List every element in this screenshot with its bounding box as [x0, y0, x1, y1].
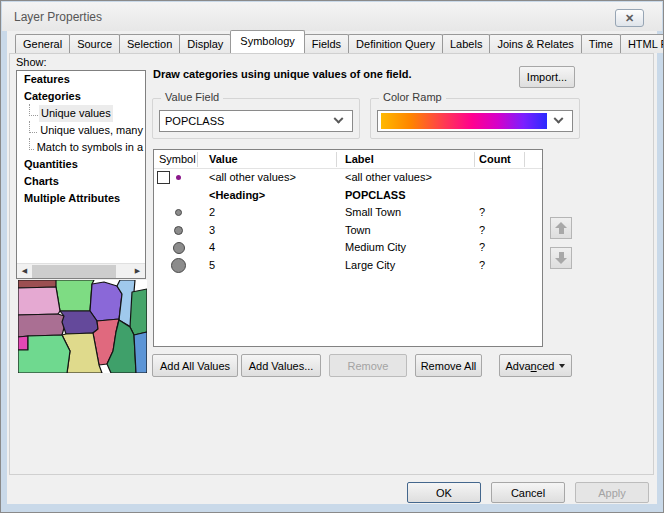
layer-properties-dialog: Layer Properties ✕ General Source Select… — [0, 0, 664, 513]
cancel-button[interactable]: Cancel — [491, 482, 565, 503]
ok-button[interactable]: OK — [407, 482, 481, 503]
column-header-value[interactable]: Value — [204, 150, 238, 169]
point-symbol-icon — [174, 226, 183, 235]
scroll-left-icon[interactable]: ◀ — [17, 264, 32, 279]
value-field-dropdown[interactable]: POPCLASS — [159, 110, 353, 132]
symbol-cell[interactable] — [154, 169, 197, 187]
tab-symbology[interactable]: Symbology — [230, 30, 304, 53]
add-values-button[interactable]: Add Values... — [241, 354, 321, 377]
table-row-small-town[interactable]: 2 Small Town ? — [154, 204, 542, 222]
chevron-down-icon — [554, 113, 564, 123]
map-preview-thumbnail — [18, 280, 147, 373]
move-up-button[interactable] — [550, 217, 572, 239]
tree-connector-icon — [29, 121, 37, 133]
tree-horizontal-scrollbar[interactable]: ◀ ▶ — [17, 263, 145, 278]
tree-item-features[interactable]: Features — [17, 71, 145, 88]
column-header-label[interactable]: Label — [340, 150, 374, 169]
all-other-values-checkbox[interactable] — [157, 171, 170, 184]
tree-connector-icon — [29, 104, 38, 116]
column-header-count[interactable]: Count — [474, 150, 511, 169]
symbology-tab-page: Show: Features Categories Unique values … — [9, 53, 654, 475]
color-ramp-group: Color Ramp — [370, 98, 580, 139]
table-header: Symbol Value Label Count — [154, 150, 542, 169]
color-ramp-gradient — [381, 113, 547, 129]
tab-display[interactable]: Display — [179, 34, 231, 53]
tab-time[interactable]: Time — [581, 34, 621, 53]
column-header-symbol[interactable]: Symbol — [154, 150, 196, 169]
tab-labels[interactable]: Labels — [442, 34, 490, 53]
dialog-content: General Source Selection Display Symbolo… — [7, 31, 657, 504]
table-row-medium-city[interactable]: 4 Medium City ? — [154, 239, 542, 257]
table-row-large-city[interactable]: 5 Large City ? — [154, 257, 542, 275]
scroll-right-icon[interactable]: ▶ — [130, 264, 145, 279]
close-icon: ✕ — [625, 12, 634, 25]
symbol-cell[interactable] — [154, 222, 197, 240]
dropdown-caret-icon — [559, 364, 565, 368]
point-symbol-icon — [171, 258, 186, 273]
value-field-group: Value Field POPCLASS — [152, 98, 360, 139]
symbol-cell[interactable] — [154, 239, 197, 257]
tab-source[interactable]: Source — [69, 34, 120, 53]
apply-button[interactable]: Apply — [575, 482, 649, 503]
tab-html-popup[interactable]: HTML Popup — [620, 34, 664, 53]
tab-joins-relates[interactable]: Joins & Relates — [489, 34, 581, 53]
symbol-cell[interactable] — [154, 257, 197, 275]
tab-general[interactable]: General — [15, 34, 70, 53]
show-tree: Features Categories Unique values Unique… — [16, 70, 146, 279]
instruction-text: Draw categories using unique values of o… — [153, 68, 412, 80]
value-field-value: POPCLASS — [160, 115, 335, 127]
show-label: Show: — [16, 56, 47, 68]
title-bar: Layer Properties ✕ — [2, 2, 662, 31]
remove-button[interactable]: Remove — [329, 354, 407, 377]
tree-item-categories[interactable]: Categories — [17, 88, 145, 105]
tree-item-unique-values-many[interactable]: Unique values, many — [17, 122, 145, 139]
close-button[interactable]: ✕ — [615, 9, 644, 27]
point-symbol-icon — [175, 209, 182, 216]
point-symbol-icon — [173, 242, 185, 254]
unique-values-table: Symbol Value Label Count <all other valu… — [153, 149, 543, 347]
dialog-frame: General Source Selection Display Symbolo… — [2, 31, 662, 511]
arrow-down-icon — [555, 258, 567, 264]
value-field-label: Value Field — [161, 91, 223, 103]
advanced-button[interactable]: Advanced — [499, 354, 572, 377]
color-ramp-label: Color Ramp — [379, 91, 446, 103]
window-title: Layer Properties — [14, 10, 102, 24]
color-ramp-dropdown[interactable] — [377, 110, 573, 132]
tree-item-unique-values[interactable]: Unique values — [17, 105, 145, 122]
table-row-heading[interactable]: <Heading> POPCLASS — [154, 187, 542, 205]
move-down-button[interactable] — [550, 247, 572, 269]
add-all-values-button[interactable]: Add All Values — [152, 354, 238, 377]
remove-all-button[interactable]: Remove All — [415, 354, 482, 377]
tree-item-multiple-attributes[interactable]: Multiple Attributes — [17, 190, 145, 207]
tree-item-match-symbols[interactable]: Match to symbols in a — [17, 139, 145, 156]
tree-item-charts[interactable]: Charts — [17, 173, 145, 190]
table-row-all-other-values[interactable]: <all other values> <all other values> — [154, 169, 542, 187]
tab-fields[interactable]: Fields — [304, 34, 349, 53]
tree-item-quantities[interactable]: Quantities — [17, 156, 145, 173]
scrollbar-thumb[interactable] — [32, 265, 116, 278]
chevron-down-icon — [334, 113, 344, 123]
tab-strip: General Source Selection Display Symbolo… — [15, 34, 664, 53]
point-symbol-icon — [176, 175, 181, 180]
tab-definition-query[interactable]: Definition Query — [348, 34, 443, 53]
tree-connector-icon — [29, 138, 34, 150]
tab-selection[interactable]: Selection — [119, 34, 180, 53]
table-row-town[interactable]: 3 Town ? — [154, 222, 542, 240]
import-button[interactable]: Import... — [519, 66, 575, 88]
symbol-cell[interactable] — [154, 204, 197, 222]
